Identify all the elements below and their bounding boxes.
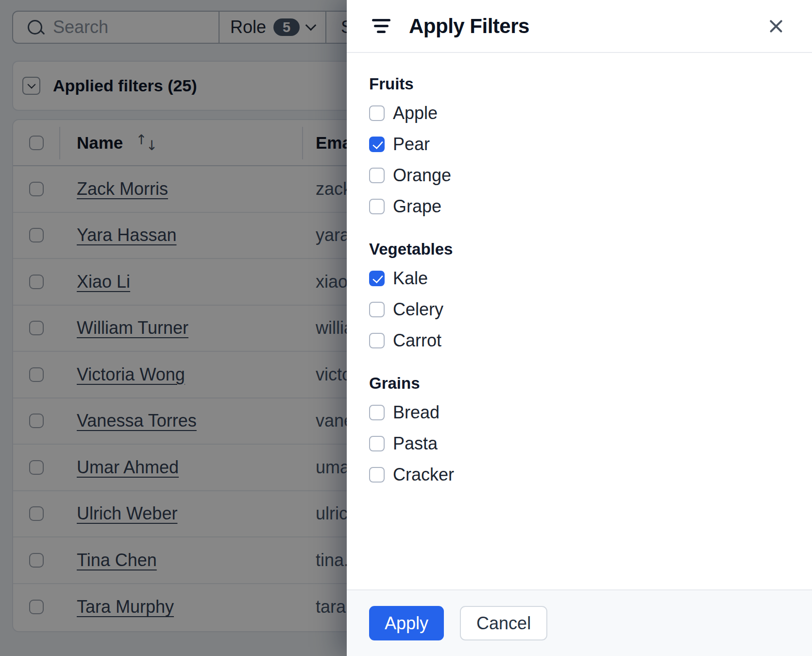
checkbox-unchecked-icon[interactable]: [369, 105, 385, 121]
checkbox-unchecked-icon[interactable]: [369, 333, 385, 348]
filter-option-grape[interactable]: Grape: [369, 191, 788, 222]
cancel-button[interactable]: Cancel: [460, 606, 547, 640]
filter-option-label: Kale: [393, 268, 428, 289]
filter-option-label: Pasta: [393, 433, 438, 454]
drawer-title: Apply Filters: [409, 15, 529, 38]
checkbox-unchecked-icon[interactable]: [369, 436, 385, 451]
filter-option-label: Carrot: [393, 330, 441, 351]
filter-option-label: Celery: [393, 299, 443, 320]
drawer-content: FruitsApplePearOrangeGrapeVegetablesKale…: [347, 53, 812, 589]
filter-icon: [372, 19, 390, 33]
checkbox-checked-icon[interactable]: [369, 271, 385, 286]
filter-option-celery[interactable]: Celery: [369, 294, 788, 325]
filter-option-label: Pear: [393, 134, 430, 155]
close-button[interactable]: [765, 16, 787, 37]
filter-option-pasta[interactable]: Pasta: [369, 428, 788, 459]
filter-section-heading: Grains: [369, 374, 788, 393]
filter-option-label: Cracker: [393, 465, 454, 485]
drawer-footer: Apply Cancel: [347, 589, 812, 656]
filter-option-apple[interactable]: Apple: [369, 98, 788, 129]
checkbox-unchecked-icon[interactable]: [369, 302, 385, 317]
filter-option-label: Apple: [393, 103, 438, 123]
apply-filters-drawer: Apply Filters FruitsApplePearOrangeGrape…: [347, 0, 812, 656]
filter-option-kale[interactable]: Kale: [369, 263, 788, 294]
filter-section-heading: Vegetables: [369, 240, 788, 259]
filter-option-cracker[interactable]: Cracker: [369, 459, 788, 490]
filter-option-label: Grape: [393, 196, 441, 217]
app-root: Role 5 S Applied filters (25) Name ↑↓: [0, 0, 812, 656]
checkbox-unchecked-icon[interactable]: [369, 467, 385, 483]
checkbox-checked-icon[interactable]: [369, 137, 385, 152]
drawer-header: Apply Filters: [347, 0, 812, 53]
filter-option-carrot[interactable]: Carrot: [369, 325, 788, 356]
filter-option-pear[interactable]: Pear: [369, 129, 788, 160]
filter-option-bread[interactable]: Bread: [369, 397, 788, 428]
apply-button[interactable]: Apply: [369, 606, 444, 640]
filter-option-label: Orange: [393, 165, 451, 186]
checkbox-unchecked-icon[interactable]: [369, 199, 385, 214]
filter-option-orange[interactable]: Orange: [369, 160, 788, 191]
checkbox-unchecked-icon[interactable]: [369, 405, 385, 420]
checkbox-unchecked-icon[interactable]: [369, 168, 385, 183]
filter-section-heading: Fruits: [369, 74, 788, 94]
filter-option-label: Bread: [393, 402, 440, 423]
